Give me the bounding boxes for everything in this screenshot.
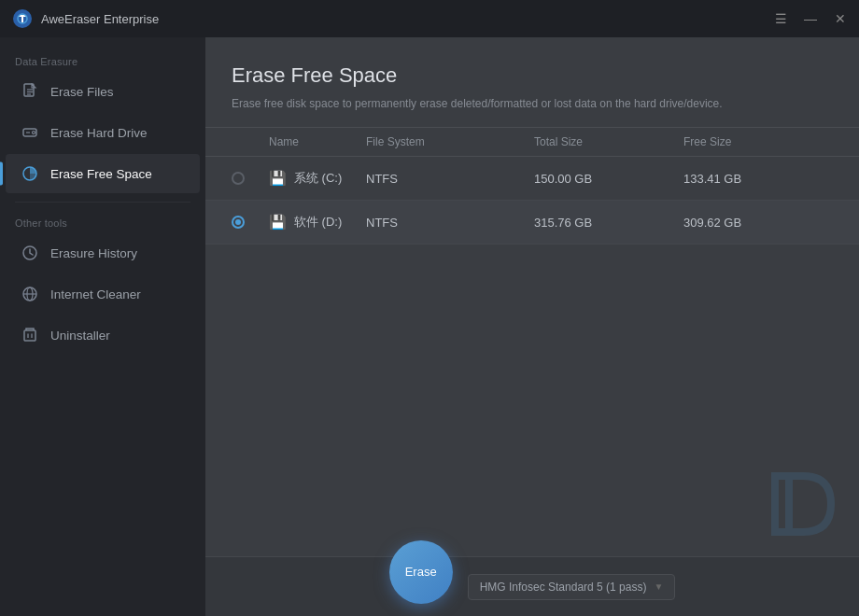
data-erasure-label: Data Erasure: [0, 49, 205, 71]
sidebar-item-erase-free-space[interactable]: Erase Free Space: [6, 154, 200, 193]
header-free-size: Free Size: [683, 135, 833, 148]
filesystem-d: NTFS: [366, 216, 534, 230]
drive-icon-c: 💾: [269, 170, 287, 187]
sidebar-divider: [15, 202, 190, 203]
file-icon: [21, 82, 39, 101]
close-button[interactable]: ✕: [833, 11, 848, 26]
history-icon: [21, 244, 39, 262]
uninstaller-icon: [21, 326, 39, 344]
sidebar-item-erasure-history[interactable]: Erasure History: [6, 233, 200, 273]
method-dropdown[interactable]: HMG Infosec Standard 5 (1 pass) ▼: [468, 574, 676, 600]
free-size-d: 309.62 GB: [683, 216, 833, 230]
method-label: HMG Infosec Standard 5 (1 pass): [480, 581, 647, 594]
bottom-bar: Erase HMG Infosec Standard 5 (1 pass) ▼: [205, 556, 859, 616]
erase-free-space-label: Erase Free Space: [50, 167, 152, 181]
titlebar: AweEraser Enterprise ☰ — ✕: [0, 0, 859, 37]
erase-hard-drive-label: Erase Hard Drive: [50, 126, 148, 140]
radio-d[interactable]: [232, 216, 245, 229]
table-header: Name File System Total Size Free Size: [205, 127, 859, 157]
drive-name-d: 💾 软件 (D:): [269, 214, 366, 231]
sidebar-item-uninstaller[interactable]: Uninstaller: [6, 315, 200, 355]
filesystem-c: NTFS: [366, 172, 534, 186]
menu-icon[interactable]: ☰: [773, 11, 788, 26]
svg-point-7: [33, 132, 35, 134]
sidebar: Data Erasure Erase Files: [0, 37, 205, 616]
sidebar-item-internet-cleaner[interactable]: Internet Cleaner: [6, 274, 200, 314]
free-space-icon: [21, 164, 39, 183]
total-size-c: 150.00 GB: [534, 172, 683, 186]
internet-cleaner-label: Internet Cleaner: [50, 287, 141, 301]
radio-c[interactable]: [232, 172, 245, 185]
content-area: Erase Free Space Erase free disk space t…: [205, 37, 859, 616]
row-select-d[interactable]: [232, 216, 269, 229]
minimize-button[interactable]: —: [803, 11, 818, 26]
page-title: Erase Free Space: [232, 63, 833, 88]
table-row[interactable]: 💾 系统 (C:) NTFS 150.00 GB 133.41 GB: [205, 157, 859, 201]
main-layout: Data Erasure Erase Files: [0, 37, 859, 616]
erase-button[interactable]: Erase: [389, 540, 453, 604]
row-select-c[interactable]: [232, 172, 269, 185]
sidebar-item-erase-hard-drive[interactable]: Erase Hard Drive: [6, 113, 200, 152]
other-tools-label: Other tools: [0, 210, 205, 232]
drive-name-c: 💾 系统 (C:): [269, 170, 366, 187]
sidebar-item-erase-files[interactable]: Erase Files: [6, 72, 200, 111]
erase-files-label: Erase Files: [50, 85, 114, 99]
page-description: Erase free disk space to permanently era…: [232, 95, 833, 112]
total-size-d: 315.76 GB: [534, 216, 683, 230]
uninstaller-label: Uninstaller: [50, 329, 110, 343]
drive-icon-d: 💾: [269, 214, 287, 231]
hard-drive-icon: [21, 123, 39, 142]
table-row[interactable]: 💾 软件 (D:) NTFS 315.76 GB 309.62 GB: [205, 201, 859, 245]
window-controls: ☰ — ✕: [773, 11, 848, 26]
header-select: [232, 135, 269, 148]
drive-table: Name File System Total Size Free Size 💾 …: [205, 127, 859, 616]
header-total-size: Total Size: [534, 135, 683, 148]
svg-rect-14: [24, 330, 35, 341]
free-size-c: 133.41 GB: [683, 172, 833, 186]
app-title: AweEraser Enterprise: [41, 12, 773, 26]
dropdown-arrow-icon: ▼: [654, 581, 663, 592]
header-filesystem: File System: [366, 135, 534, 148]
header-name: Name: [269, 135, 366, 148]
erasure-history-label: Erasure History: [50, 246, 137, 260]
internet-icon: [21, 285, 39, 303]
content-header: Erase Free Space Erase free disk space t…: [205, 37, 859, 127]
app-logo: [11, 7, 34, 30]
